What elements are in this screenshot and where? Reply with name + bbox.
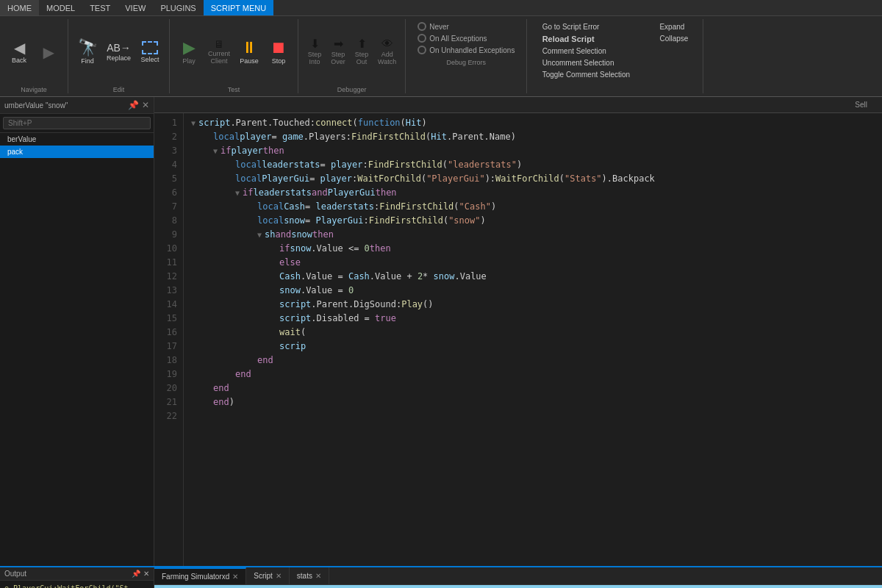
line-num-18: 18 <box>154 354 177 368</box>
navigate-label: Navigate <box>21 86 47 93</box>
pin-icon[interactable]: 📌 <box>128 100 139 110</box>
expand-button[interactable]: Expand <box>656 22 691 32</box>
output-close-icon[interactable]: ✕ <box>143 570 149 578</box>
ribbon-group-navigate: ◀ Back ◀ Navigate <box>0 19 68 93</box>
game-scene-svg <box>154 585 882 588</box>
tab-stats-close[interactable]: ✕ <box>315 572 321 580</box>
code-line-12: Cash.Value = Cash.Value + 2 * snow.Value <box>191 270 875 284</box>
never-radio[interactable] <box>417 22 426 31</box>
left-item-pack[interactable]: pack <box>0 146 154 158</box>
current-client-button[interactable]: 🖥 CurrentClient <box>205 37 233 67</box>
find-button[interactable]: 🔭 Find <box>74 38 101 66</box>
comment-selection-button[interactable]: Comment Selection <box>539 46 634 56</box>
line-num-1: 1 <box>154 116 177 130</box>
test-buttons: ▶ Play 🖥 CurrentClient ⏸ Pause ⏹ Stop <box>176 19 292 85</box>
debugger-label: Debugger <box>337 86 367 93</box>
line-num-9: 9 <box>154 228 177 242</box>
replace-button[interactable]: AB→ Replace <box>104 41 134 63</box>
step-over-button[interactable]: ➡ StepOver <box>328 37 348 68</box>
line-num-21: 21 <box>154 395 177 409</box>
select-label: Select <box>141 56 159 63</box>
tab-farming-label: Farming Simulatorxd <box>162 573 229 581</box>
play-label: Play <box>182 57 196 65</box>
line-num-2: 2 <box>154 130 177 144</box>
code-line-4: local leaderstats = player:FindFirstChil… <box>191 158 875 172</box>
code-line-15: script.Disabled = true <box>191 312 875 326</box>
code-editor[interactable]: 1 2 3 4 5 6 7 8 9 10 11 12 13 14 15 16 1… <box>154 113 882 566</box>
fwd-icon: ◀ <box>43 45 54 60</box>
code-line-2: local player = game.Players:FindFirstChi… <box>191 130 875 144</box>
add-watch-button[interactable]: 👁 AddWatch <box>375 37 399 68</box>
code-line-17: scrip <box>191 340 875 354</box>
edit-label: Edit <box>113 86 125 93</box>
output-title: Output <box>4 570 26 578</box>
select-button[interactable]: Select <box>137 40 163 65</box>
code-content[interactable]: ▼script.Parent.Touched:connect(function(… <box>184 113 882 566</box>
fwd-button[interactable]: ◀ <box>35 43 62 61</box>
line-num-14: 14 <box>154 298 177 312</box>
code-line-22: end) <box>191 395 875 409</box>
close-left-panel-icon[interactable]: ✕ <box>142 100 149 110</box>
tab-script[interactable]: Script ✕ <box>246 567 290 584</box>
binoculars-icon: 🔭 <box>78 40 98 56</box>
line-num-7: 7 <box>154 200 177 214</box>
add-watch-icon: 👁 <box>381 38 393 50</box>
search-input[interactable] <box>3 117 151 129</box>
ribbon-group-expand-collapse: Expand Collapse <box>645 19 703 93</box>
step-into-button[interactable]: ⬇ StepInto <box>304 37 325 68</box>
reload-script-button[interactable]: Reload Script <box>539 34 634 44</box>
ribbon-group-test: ▶ Play 🖥 CurrentClient ⏸ Pause ⏹ Stop Te… <box>170 19 298 93</box>
unhandled-option[interactable]: On Unhandled Exceptions <box>417 46 514 54</box>
all-exceptions-label: On All Exceptions <box>429 35 487 43</box>
stop-label: Stop <box>272 57 286 65</box>
menu-model[interactable]: MODEL <box>39 0 82 15</box>
left-item-bervalue[interactable]: berValue <box>0 133 154 146</box>
tab-farming-close[interactable]: ✕ <box>232 573 238 581</box>
menu-script-menu[interactable]: SCRIPT MENU <box>204 0 274 15</box>
line-num-10: 10 <box>154 242 177 256</box>
menu-view[interactable]: VIEW <box>118 0 153 15</box>
collapse-button[interactable]: Collapse <box>656 34 691 43</box>
line-num-13: 13 <box>154 284 177 298</box>
unhandled-radio[interactable] <box>417 46 426 54</box>
menu-plugins[interactable]: PLUGINS <box>153 0 203 15</box>
current-client-icon: 🖥 <box>214 39 224 49</box>
tab-stats[interactable]: stats ✕ <box>290 567 329 584</box>
step-over-label: StepOver <box>331 51 345 66</box>
step-into-label: StepInto <box>308 51 322 66</box>
all-exceptions-radio[interactable] <box>417 34 426 43</box>
toggle-comment-button[interactable]: Toggle Comment Selection <box>539 70 634 79</box>
output-pin-icon[interactable]: 📌 <box>132 570 140 578</box>
code-line-9: ▼sh and snow then <box>191 228 875 242</box>
step-out-label: StepOut <box>355 51 369 66</box>
code-line-19: end <box>191 368 875 381</box>
goto-script-error-button[interactable]: Go to Script Error <box>539 22 634 32</box>
back-button[interactable]: ◀ Back <box>6 39 32 65</box>
output-content: e.PlayerGui:WaitForChild("St gin 'orkspa… <box>0 581 154 588</box>
line-num-22: 22 <box>154 409 177 423</box>
never-option[interactable]: Never <box>417 22 514 31</box>
tab-script-close[interactable]: ✕ <box>276 572 282 580</box>
step-out-button[interactable]: ⬆ StepOut <box>351 37 372 68</box>
line-num-17: 17 <box>154 340 177 354</box>
script-actions-list: Go to Script Error Reload Script Comment… <box>534 19 639 82</box>
line-num-3: 3 <box>154 144 177 158</box>
step-out-icon: ⬆ <box>357 38 367 50</box>
all-exceptions-option[interactable]: On All Exceptions <box>417 34 514 43</box>
stop-button[interactable]: ⏹ Stop <box>265 38 292 66</box>
debug-errors-list: Never On All Exceptions On Unhandled Exc… <box>412 19 520 57</box>
code-line-20: end <box>191 381 875 395</box>
editor-area: Sell 1 2 3 4 5 6 7 8 9 10 11 12 13 14 15… <box>154 97 882 566</box>
game-view-panel: Farming Simulatorxd ✕ Script ✕ stats ✕ <box>154 567 882 588</box>
uncomment-selection-button[interactable]: Uncomment Selection <box>539 58 634 68</box>
line-num-12: 12 <box>154 270 177 284</box>
edit-buttons: 🔭 Find AB→ Replace Select <box>74 19 163 85</box>
line-num-8: 8 <box>154 214 177 228</box>
code-line-6: ▼if leaderstats and PlayerGui then <box>191 186 875 200</box>
play-button[interactable]: ▶ Play <box>176 38 202 66</box>
tab-farming-simulator[interactable]: Farming Simulatorxd ✕ <box>154 567 246 584</box>
left-panel-title: umberValue "snow" <box>4 101 128 110</box>
menu-test[interactable]: TEST <box>82 0 118 15</box>
pause-button[interactable]: ⏸ Pause <box>236 38 262 66</box>
menu-home[interactable]: HOME <box>0 0 39 15</box>
